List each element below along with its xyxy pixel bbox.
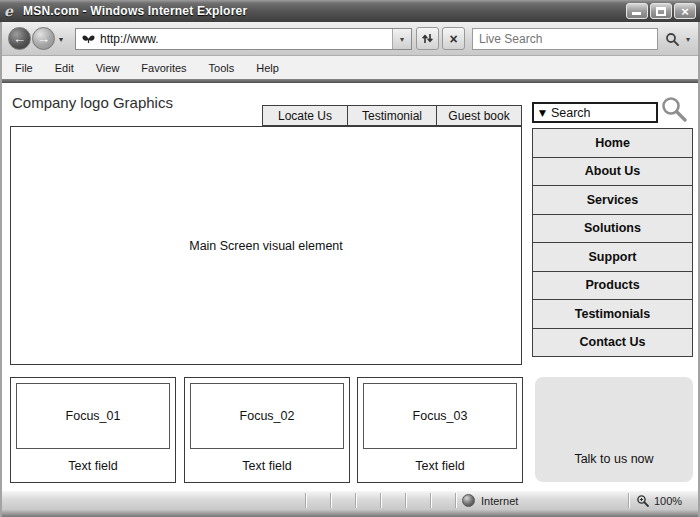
- menu-item-favorites[interactable]: Favorites: [130, 62, 197, 74]
- focus-card-2: Focus_02 Text field: [184, 377, 350, 483]
- maximize-button[interactable]: [650, 3, 672, 19]
- statusbar-cell-divider: [455, 493, 456, 508]
- site-search-label: Search: [551, 106, 591, 120]
- window-bottom-edge: [2, 510, 698, 517]
- site-search-icon[interactable]: [660, 96, 690, 124]
- menu-item-file[interactable]: File: [4, 62, 44, 74]
- security-zone-label: Internet: [481, 495, 518, 507]
- nav-item-support[interactable]: Support: [532, 242, 693, 272]
- main-screen-label: Main Screen visual element: [189, 239, 343, 253]
- talk-to-us-label: Talk to us now: [574, 452, 653, 466]
- tab-testimonial[interactable]: Testimonial: [347, 105, 437, 126]
- msn-butterfly-icon: [81, 33, 96, 46]
- statusbar-cell-divider: [305, 493, 306, 508]
- statusbar-cell-divider: [330, 493, 331, 508]
- focus-card-1: Focus_01 Text field: [10, 377, 176, 483]
- page-tabs: Locate Us Testimonial Guest book: [262, 105, 522, 126]
- url-input[interactable]: [100, 32, 392, 46]
- zoom-control[interactable]: 100%: [636, 491, 682, 510]
- site-nav-menu: Home About Us Services Solutions Support…: [532, 128, 693, 357]
- nav-item-products[interactable]: Products: [532, 271, 693, 301]
- ie-icon: e: [4, 4, 19, 19]
- nav-item-services[interactable]: Services: [532, 185, 693, 215]
- statusbar-cell-divider: [628, 493, 629, 508]
- minimize-button[interactable]: [626, 3, 648, 19]
- url-dropdown-button[interactable]: ▾: [392, 29, 411, 49]
- zoom-magnifier-icon: [636, 494, 650, 508]
- window-frame: ← → ▾ ▾ ×: [0, 22, 700, 517]
- search-options-icon[interactable]: ▾: [686, 35, 690, 44]
- nav-item-contact-us[interactable]: Contact Us: [532, 328, 693, 358]
- refresh-icon: [421, 32, 434, 45]
- chevron-down-icon: ▾: [400, 35, 404, 44]
- focus-box-1: Focus_01: [16, 383, 170, 449]
- maximize-icon: [656, 7, 666, 16]
- live-search-button[interactable]: [661, 28, 684, 50]
- nav-item-about-us[interactable]: About Us: [532, 157, 693, 187]
- address-bar: ← → ▾ ▾ ×: [2, 22, 698, 56]
- forward-button[interactable]: →: [32, 27, 55, 50]
- talk-to-us-panel[interactable]: Talk to us now: [535, 377, 693, 482]
- menu-bar: File Edit View Favorites Tools Help: [2, 56, 698, 79]
- focus-box-2: Focus_02: [190, 383, 344, 449]
- focus-caption-1: Text field: [11, 449, 175, 482]
- menu-item-view[interactable]: View: [85, 62, 131, 74]
- window-title: MSN.com - Windows Internet Explorer: [23, 4, 247, 18]
- zoom-level-label: 100%: [654, 495, 682, 507]
- back-button[interactable]: ←: [8, 27, 31, 50]
- minimize-icon: [632, 12, 641, 15]
- close-icon: ×: [681, 5, 689, 18]
- back-icon: ←: [13, 31, 26, 46]
- statusbar-cell-divider: [380, 493, 381, 508]
- history-dropdown-icon[interactable]: ▾: [59, 35, 63, 44]
- focus-box-3: Focus_03: [363, 383, 517, 449]
- refresh-button[interactable]: [416, 27, 439, 50]
- focus-caption-3: Text field: [358, 449, 522, 482]
- browser-window: e MSN.com - Windows Internet Explorer × …: [0, 0, 700, 517]
- title-bar: e MSN.com - Windows Internet Explorer ×: [0, 0, 700, 22]
- nav-item-home[interactable]: Home: [532, 128, 693, 158]
- menu-item-help[interactable]: Help: [245, 62, 290, 74]
- focus-card-3: Focus_03 Text field: [357, 377, 523, 483]
- statusbar-cell-divider: [405, 493, 406, 508]
- company-logo: Company logo Graphics: [12, 94, 173, 111]
- close-button[interactable]: ×: [674, 3, 696, 19]
- nav-item-testimonials[interactable]: Testimonials: [532, 299, 693, 329]
- site-search-dropdown[interactable]: ▼ Search: [532, 102, 658, 123]
- internet-zone-icon: [462, 494, 475, 507]
- statusbar-cell-divider: [430, 493, 431, 508]
- address-field: ▾: [75, 28, 412, 50]
- page-content: Company logo Graphics Locate Us Testimon…: [2, 83, 698, 490]
- tab-locate-us[interactable]: Locate Us: [262, 105, 348, 126]
- status-bar: Internet 100%: [2, 490, 698, 510]
- tab-guest-book[interactable]: Guest book: [436, 105, 522, 126]
- live-search-box: [472, 28, 658, 50]
- search-icon: [665, 32, 680, 47]
- statusbar-cell-divider: [355, 493, 356, 508]
- forward-icon: →: [37, 31, 50, 46]
- focus-caption-2: Text field: [185, 449, 349, 482]
- live-search-input[interactable]: [473, 32, 657, 46]
- stop-icon: ×: [449, 31, 457, 47]
- triangle-down-icon: ▼: [539, 108, 546, 118]
- main-screen-area: Main Screen visual element: [10, 126, 522, 365]
- menu-item-edit[interactable]: Edit: [44, 62, 85, 74]
- nav-item-solutions[interactable]: Solutions: [532, 214, 693, 244]
- stop-button[interactable]: ×: [442, 27, 465, 50]
- menu-item-tools[interactable]: Tools: [198, 62, 246, 74]
